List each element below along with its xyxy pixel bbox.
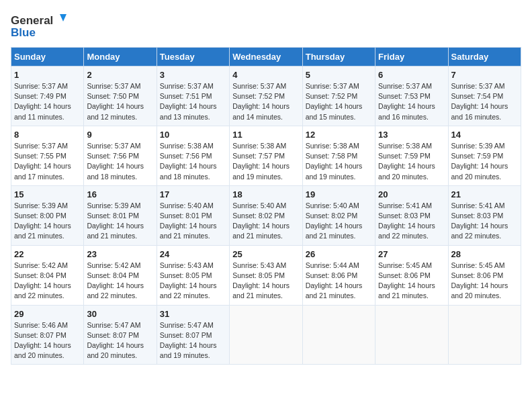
day-info: Sunrise: 5:41 AM Sunset: 8:03 PM Dayligh… [451, 201, 518, 242]
day-number: 21 [451, 189, 518, 199]
calendar-week-1: 1Sunrise: 5:37 AM Sunset: 7:49 PM Daylig… [11, 66, 521, 126]
day-number: 29 [14, 309, 81, 319]
calendar-table: SundayMondayTuesdayWednesdayThursdayFrid… [11, 47, 521, 365]
calendar-cell: 22Sunrise: 5:42 AM Sunset: 8:04 PM Dayli… [11, 245, 84, 305]
day-info: Sunrise: 5:40 AM Sunset: 8:01 PM Dayligh… [160, 201, 226, 242]
day-number: 9 [87, 130, 153, 140]
day-number: 20 [378, 189, 445, 199]
calendar-week-5: 29Sunrise: 5:46 AM Sunset: 8:07 PM Dayli… [11, 305, 521, 365]
calendar-cell: 27Sunrise: 5:45 AM Sunset: 8:06 PM Dayli… [375, 245, 448, 305]
day-info: Sunrise: 5:38 AM Sunset: 7:59 PM Dayligh… [378, 141, 445, 182]
day-info: Sunrise: 5:40 AM Sunset: 8:02 PM Dayligh… [306, 201, 372, 242]
calendar-cell: 2Sunrise: 5:37 AM Sunset: 7:50 PM Daylig… [84, 66, 157, 126]
day-info: Sunrise: 5:45 AM Sunset: 8:06 PM Dayligh… [378, 261, 445, 302]
day-number: 23 [87, 249, 153, 259]
day-number: 1 [14, 70, 81, 80]
day-number: 13 [378, 130, 445, 140]
day-number: 11 [232, 130, 299, 140]
calendar-cell: 13Sunrise: 5:38 AM Sunset: 7:59 PM Dayli… [375, 126, 448, 185]
calendar-cell: 18Sunrise: 5:40 AM Sunset: 8:02 PM Dayli… [230, 185, 302, 245]
calendar-cell: 26Sunrise: 5:44 AM Sunset: 8:06 PM Dayli… [302, 245, 375, 305]
calendar-week-2: 8Sunrise: 5:37 AM Sunset: 7:55 PM Daylig… [11, 126, 521, 185]
svg-marker-2 [60, 14, 66, 21]
weekday-header-saturday: Saturday [448, 48, 521, 66]
day-number: 3 [160, 70, 226, 80]
day-number: 2 [87, 70, 153, 80]
day-number: 6 [378, 70, 445, 80]
calendar-cell: 30Sunrise: 5:47 AM Sunset: 8:07 PM Dayli… [84, 305, 157, 365]
day-info: Sunrise: 5:38 AM Sunset: 7:56 PM Dayligh… [160, 141, 226, 182]
day-number: 14 [451, 130, 518, 140]
day-number: 12 [306, 130, 372, 140]
day-number: 19 [306, 189, 372, 199]
day-info: Sunrise: 5:39 AM Sunset: 8:00 PM Dayligh… [14, 201, 81, 242]
day-info: Sunrise: 5:38 AM Sunset: 7:58 PM Dayligh… [306, 141, 372, 182]
day-number: 16 [87, 189, 153, 199]
calendar-cell: 7Sunrise: 5:37 AM Sunset: 7:54 PM Daylig… [448, 66, 521, 126]
calendar-cell: 9Sunrise: 5:37 AM Sunset: 7:56 PM Daylig… [84, 126, 157, 185]
calendar-cell: 25Sunrise: 5:43 AM Sunset: 8:05 PM Dayli… [230, 245, 302, 305]
day-info: Sunrise: 5:37 AM Sunset: 7:50 PM Dayligh… [87, 81, 153, 122]
calendar-cell [375, 305, 448, 365]
calendar-cell: 6Sunrise: 5:37 AM Sunset: 7:53 PM Daylig… [375, 66, 448, 126]
calendar-cell: 31Sunrise: 5:47 AM Sunset: 8:07 PM Dayli… [157, 305, 229, 365]
calendar-cell [302, 305, 375, 365]
day-info: Sunrise: 5:37 AM Sunset: 7:49 PM Dayligh… [14, 81, 81, 122]
calendar-cell: 10Sunrise: 5:38 AM Sunset: 7:56 PM Dayli… [157, 126, 229, 185]
day-info: Sunrise: 5:37 AM Sunset: 7:52 PM Dayligh… [232, 81, 299, 122]
day-info: Sunrise: 5:37 AM Sunset: 7:52 PM Dayligh… [306, 81, 372, 122]
day-number: 26 [306, 249, 372, 259]
logo-svg: General Blue [11, 11, 71, 40]
day-info: Sunrise: 5:43 AM Sunset: 8:05 PM Dayligh… [232, 261, 299, 302]
day-info: Sunrise: 5:44 AM Sunset: 8:06 PM Dayligh… [306, 261, 372, 302]
day-info: Sunrise: 5:43 AM Sunset: 8:05 PM Dayligh… [160, 261, 226, 302]
calendar-cell: 3Sunrise: 5:37 AM Sunset: 7:51 PM Daylig… [157, 66, 229, 126]
page-header: General Blue [11, 11, 521, 40]
day-number: 31 [160, 309, 226, 319]
day-number: 24 [160, 249, 226, 259]
calendar-cell: 23Sunrise: 5:42 AM Sunset: 8:04 PM Dayli… [84, 245, 157, 305]
weekday-header-sunday: Sunday [11, 48, 84, 66]
day-info: Sunrise: 5:38 AM Sunset: 7:57 PM Dayligh… [232, 141, 299, 182]
day-info: Sunrise: 5:45 AM Sunset: 8:06 PM Dayligh… [451, 261, 518, 302]
calendar-cell: 20Sunrise: 5:41 AM Sunset: 8:03 PM Dayli… [375, 185, 448, 245]
day-info: Sunrise: 5:39 AM Sunset: 7:59 PM Dayligh… [451, 141, 518, 182]
calendar-cell: 15Sunrise: 5:39 AM Sunset: 8:00 PM Dayli… [11, 185, 84, 245]
day-number: 4 [232, 70, 299, 80]
day-info: Sunrise: 5:37 AM Sunset: 7:54 PM Dayligh… [451, 81, 518, 122]
calendar-cell: 11Sunrise: 5:38 AM Sunset: 7:57 PM Dayli… [230, 126, 302, 185]
day-number: 22 [14, 249, 81, 259]
day-number: 18 [232, 189, 299, 199]
day-number: 8 [14, 130, 81, 140]
weekday-header-monday: Monday [84, 48, 157, 66]
day-info: Sunrise: 5:41 AM Sunset: 8:03 PM Dayligh… [378, 201, 445, 242]
calendar-cell: 4Sunrise: 5:37 AM Sunset: 7:52 PM Daylig… [230, 66, 302, 126]
weekday-header-wednesday: Wednesday [230, 48, 302, 66]
calendar-cell: 29Sunrise: 5:46 AM Sunset: 8:07 PM Dayli… [11, 305, 84, 365]
calendar-week-3: 15Sunrise: 5:39 AM Sunset: 8:00 PM Dayli… [11, 185, 521, 245]
calendar-cell: 14Sunrise: 5:39 AM Sunset: 7:59 PM Dayli… [448, 126, 521, 185]
day-number: 30 [87, 309, 153, 319]
day-info: Sunrise: 5:47 AM Sunset: 8:07 PM Dayligh… [160, 320, 226, 361]
day-number: 27 [378, 249, 445, 259]
calendar-cell [448, 305, 521, 365]
day-number: 7 [451, 70, 518, 80]
day-info: Sunrise: 5:42 AM Sunset: 8:04 PM Dayligh… [14, 261, 81, 302]
day-info: Sunrise: 5:37 AM Sunset: 7:56 PM Dayligh… [87, 141, 153, 182]
weekday-header-tuesday: Tuesday [157, 48, 229, 66]
calendar-cell: 1Sunrise: 5:37 AM Sunset: 7:49 PM Daylig… [11, 66, 84, 126]
day-number: 5 [306, 70, 372, 80]
calendar-cell: 19Sunrise: 5:40 AM Sunset: 8:02 PM Dayli… [302, 185, 375, 245]
day-info: Sunrise: 5:37 AM Sunset: 7:53 PM Dayligh… [378, 81, 445, 122]
calendar-cell: 8Sunrise: 5:37 AM Sunset: 7:55 PM Daylig… [11, 126, 84, 185]
weekday-header-thursday: Thursday [302, 48, 375, 66]
day-info: Sunrise: 5:42 AM Sunset: 8:04 PM Dayligh… [87, 261, 153, 302]
calendar-cell [230, 305, 302, 365]
day-number: 10 [160, 130, 226, 140]
logo: General Blue [11, 11, 71, 40]
calendar-cell: 28Sunrise: 5:45 AM Sunset: 8:06 PM Dayli… [448, 245, 521, 305]
svg-text:Blue: Blue [11, 26, 36, 39]
day-info: Sunrise: 5:39 AM Sunset: 8:01 PM Dayligh… [87, 201, 153, 242]
calendar-cell: 16Sunrise: 5:39 AM Sunset: 8:01 PM Dayli… [84, 185, 157, 245]
svg-text:General: General [11, 14, 53, 27]
